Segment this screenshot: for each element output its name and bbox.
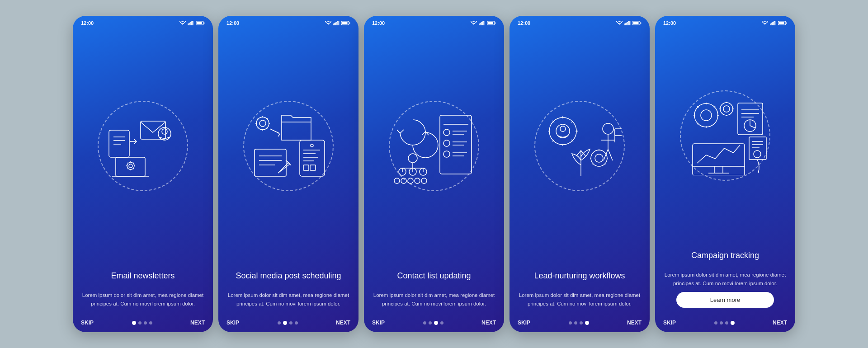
- svg-line-26: [133, 163, 134, 164]
- status-icons-3: [471, 21, 496, 25]
- dot-3-3: [434, 321, 438, 325]
- signal-icon-1: [188, 21, 194, 25]
- screen-social-media: 12:00: [218, 16, 359, 332]
- svg-rect-8: [109, 130, 129, 157]
- svg-rect-133: [773, 22, 774, 25]
- battery-icon-2: [341, 21, 350, 25]
- svg-point-90: [401, 178, 406, 183]
- skip-button-4[interactable]: SKIP: [518, 320, 530, 326]
- dot-2-3: [289, 321, 292, 324]
- svg-point-80: [408, 154, 417, 163]
- dashed-circle-2: [243, 101, 334, 191]
- time-3: 12:00: [372, 20, 385, 26]
- screen-email-newsletters: 12:00: [73, 16, 213, 332]
- dashed-circle-4: [534, 101, 625, 191]
- next-button-5[interactable]: NEXT: [773, 320, 787, 326]
- social-icon-group: [245, 106, 331, 185]
- status-icons-4: [616, 21, 642, 25]
- svg-rect-1: [189, 23, 190, 25]
- dot-3-1: [423, 321, 426, 324]
- screen-content-4: Lead-nurturing workflows Lorem ipsum dol…: [509, 259, 650, 316]
- screen-title-5: Campaign tracking: [664, 245, 786, 266]
- screen-contact-list: 12:00: [364, 16, 504, 332]
- dot-5-3: [725, 321, 728, 324]
- dot-2-4: [295, 321, 298, 324]
- skip-button-3[interactable]: SKIP: [372, 320, 385, 326]
- dots-2: [278, 321, 298, 325]
- nav-bar-2: SKIP NEXT: [218, 316, 359, 332]
- signal-icon-4: [624, 21, 631, 25]
- svg-point-112: [560, 126, 566, 132]
- dot-5-2: [720, 321, 723, 324]
- dot-2-1: [278, 321, 281, 324]
- campaign-icon-group: [684, 96, 767, 175]
- nav-bar-4: SKIP NEXT: [509, 316, 650, 332]
- dots-1: [132, 321, 152, 325]
- svg-rect-0: [188, 24, 189, 25]
- svg-rect-68: [488, 22, 493, 24]
- screen-campaign-tracking: 12:00: [655, 16, 795, 332]
- icon-area-2: [218, 28, 359, 259]
- svg-rect-100: [641, 23, 642, 24]
- nav-bar-1: SKIP NEXT: [73, 316, 213, 332]
- dashed-circle-5: [680, 90, 770, 181]
- svg-point-149: [720, 103, 733, 115]
- svg-rect-2: [190, 22, 191, 25]
- svg-rect-7: [197, 22, 202, 24]
- screen-lead-nurturing: 12:00: [509, 16, 650, 332]
- svg-point-15: [162, 129, 167, 134]
- svg-point-89: [394, 178, 400, 183]
- learn-more-button[interactable]: Learn more: [676, 292, 774, 308]
- svg-rect-34: [349, 23, 350, 24]
- dot-4-3: [580, 321, 583, 324]
- time-1: 12:00: [81, 20, 94, 26]
- svg-rect-95: [626, 23, 627, 25]
- signal-icon-3: [479, 21, 485, 25]
- dot-2-2: [283, 321, 287, 325]
- contact-icon-group: [392, 106, 476, 185]
- svg-rect-137: [786, 23, 787, 24]
- svg-rect-54: [310, 165, 316, 170]
- status-icons-2: [325, 21, 350, 25]
- dot-5-1: [714, 321, 717, 324]
- next-button-3[interactable]: NEXT: [481, 320, 496, 326]
- svg-rect-94: [624, 24, 625, 25]
- dot-5-4: [731, 321, 735, 325]
- status-bar-4: 12:00: [509, 16, 650, 28]
- next-button-1[interactable]: NEXT: [190, 320, 205, 326]
- svg-rect-135: [775, 21, 776, 25]
- skip-button-1[interactable]: SKIP: [81, 320, 94, 326]
- svg-point-171: [754, 150, 761, 158]
- next-button-4[interactable]: NEXT: [627, 320, 642, 326]
- svg-point-19: [129, 164, 132, 168]
- next-button-2[interactable]: NEXT: [336, 320, 350, 326]
- wifi-icon-5: [762, 21, 768, 25]
- skip-button-2[interactable]: SKIP: [226, 320, 239, 326]
- lead-icon-group: [538, 106, 622, 185]
- svg-rect-96: [627, 22, 628, 25]
- screen-content-1: Email newsletters Lorem ipsum dolor sit …: [73, 259, 213, 316]
- screen-content-2: Social media post scheduling Lorem ipsum…: [218, 259, 359, 316]
- svg-rect-67: [495, 23, 496, 24]
- dot-1-2: [138, 321, 142, 324]
- screen-content-3: Contact list updating Lorem ipsum dolor …: [364, 259, 504, 316]
- svg-point-71: [443, 129, 450, 136]
- status-bar-3: 12:00: [364, 16, 504, 28]
- dot-4-4: [585, 321, 589, 325]
- time-5: 12:00: [663, 20, 676, 26]
- battery-icon-5: [778, 21, 787, 25]
- svg-point-150: [723, 106, 730, 112]
- svg-rect-6: [204, 23, 205, 24]
- time-4: 12:00: [518, 20, 530, 26]
- screen-title-4: Lead-nurturing workflows: [519, 265, 641, 287]
- svg-rect-65: [484, 21, 485, 25]
- icon-area-4: [509, 28, 650, 259]
- svg-line-161: [750, 126, 755, 128]
- dot-1-4: [149, 321, 152, 324]
- svg-rect-47: [300, 140, 325, 176]
- svg-point-93: [421, 178, 427, 183]
- status-bar-1: 12:00: [73, 16, 213, 28]
- skip-button-5[interactable]: SKIP: [663, 320, 676, 326]
- svg-rect-167: [749, 137, 766, 160]
- screen-desc-4: Lorem ipsum dolor sit dim amet, mea regi…: [519, 291, 641, 308]
